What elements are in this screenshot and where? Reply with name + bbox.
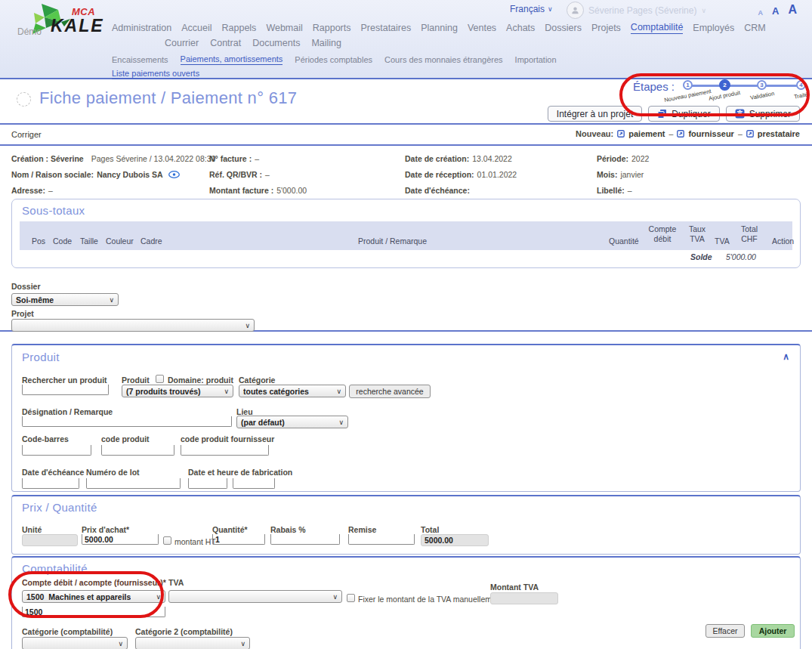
subnav-item-cours-monnaies[interactable]: Cours des monnaies étrangères	[384, 55, 503, 64]
step-1-circle[interactable]: 1	[683, 80, 693, 90]
col-taux-tva: Taux TVA	[684, 224, 710, 243]
projet-select[interactable]: ∨	[11, 319, 255, 332]
dossier-select[interactable]: Soi-même ∨	[11, 293, 119, 306]
subnav-item-paiements-amortissements[interactable]: Paiements, amortissements	[181, 54, 283, 65]
subnav-item-liste-paiements-ouverts[interactable]: Liste paiements ouverts	[112, 69, 199, 79]
remise-label: Remise	[348, 525, 376, 534]
new-window-icon	[677, 130, 684, 138]
code-barres-input[interactable]	[22, 445, 91, 456]
code-fournisseur-input[interactable]	[181, 445, 269, 456]
solde-label: Solde	[690, 252, 712, 261]
nav-item-courrier[interactable]: Courrier	[165, 38, 199, 48]
numero-lot-input[interactable]	[86, 478, 181, 489]
col-compte-debit: Compte débit	[645, 224, 680, 243]
font-size-large-button[interactable]: A	[788, 3, 797, 17]
user-menu[interactable]: Séverine Pages (Séverine) ∨	[567, 2, 706, 19]
nav-item-dossiers[interactable]: Dossiers	[545, 23, 582, 33]
step-4-circle[interactable]: 4	[796, 80, 806, 90]
eye-icon[interactable]	[168, 171, 180, 178]
lieu-select[interactable]: (par défaut) ∨	[236, 416, 348, 428]
nav-item-planning[interactable]: Planning	[421, 23, 458, 33]
step-3-circle[interactable]: 3	[757, 80, 767, 90]
nav-item-comptabilite[interactable]: Comptabilité	[631, 22, 683, 34]
nav-item-projets[interactable]: Projets	[591, 23, 621, 33]
domaine-produit-label: Domaine: produit	[168, 375, 233, 385]
remise-input[interactable]	[348, 534, 415, 545]
page-actions: Intégrer à un projet Dupliquer Supprimer	[548, 106, 800, 122]
subnav-item-encaissements[interactable]: Encaissements	[112, 55, 168, 64]
collapse-chevron-up-icon[interactable]: ∧	[783, 351, 789, 362]
fixer-tva-checkbox[interactable]	[347, 594, 355, 602]
prix-achat-input[interactable]	[82, 534, 159, 545]
compte-code-input[interactable]	[22, 607, 165, 617]
nav-item-crm[interactable]: CRM	[744, 23, 765, 33]
fabrication-date-input[interactable]	[188, 478, 227, 489]
advanced-search-button[interactable]: recherche avancée	[349, 385, 431, 398]
language-selector[interactable]: Français ∨	[510, 4, 553, 14]
duplicate-button[interactable]: Dupliquer	[648, 106, 719, 122]
sub-sub-nav: Liste paiements ouverts	[112, 69, 199, 79]
search-product-input[interactable]	[22, 385, 109, 395]
compte-debit-select[interactable]: 1500 Machines et appareils ∨	[22, 590, 165, 603]
subnav-item-periodes-comptables[interactable]: Périodes comptables	[295, 55, 372, 64]
search-product-label: Rechercher un produit	[22, 375, 107, 385]
integrate-project-button[interactable]: Intégrer à un projet	[548, 106, 642, 122]
nouveau-links: Nouveau: paiement – fournisseur – presta…	[576, 129, 800, 138]
new-window-icon	[746, 130, 754, 138]
nav-item-administration[interactable]: Administration	[112, 23, 171, 33]
subnav-item-importation[interactable]: Importation	[515, 55, 557, 64]
step-2-circle[interactable]: 2	[719, 79, 730, 91]
tva-select[interactable]: ∨	[168, 590, 342, 603]
date-echeance-produit-input[interactable]	[22, 478, 79, 489]
designation-input[interactable]	[22, 416, 232, 427]
code-produit-input[interactable]	[101, 445, 174, 456]
montant-tva-input	[490, 592, 558, 604]
adresse-value: –	[48, 186, 53, 195]
font-size-small-button[interactable]: A	[758, 9, 764, 17]
produit-select[interactable]: (7 produits trouvés) ∨	[122, 385, 233, 397]
nav-item-contrat[interactable]: Contrat	[210, 38, 241, 48]
nav-item-documents[interactable]: Documents	[252, 38, 300, 48]
add-button[interactable]: Ajouter	[751, 624, 795, 638]
nav-item-ventes[interactable]: Ventes	[468, 23, 496, 33]
nav-item-rappels[interactable]: Rappels	[222, 23, 257, 33]
nav-item-accueil[interactable]: Accueil	[181, 23, 211, 33]
adresse-label: Adresse:	[11, 186, 45, 195]
domaine-produit-checkbox[interactable]	[156, 375, 164, 383]
col-cadre: Cadre	[140, 236, 162, 246]
clear-button[interactable]: Effacer	[705, 624, 745, 638]
nav-item-prestataires[interactable]: Prestataires	[361, 23, 412, 33]
tva-label: TVA	[168, 578, 184, 587]
nav-item-rapports[interactable]: Rapports	[313, 23, 351, 33]
code-barres-label: Code-barres	[22, 434, 69, 443]
unite-input	[22, 534, 78, 546]
separator-dash: –	[669, 129, 674, 138]
categorie-select[interactable]: toutes catégories ∨	[239, 385, 346, 397]
categorie2-select[interactable]: ∨	[135, 637, 250, 649]
col-pos: Pos	[32, 236, 45, 246]
montant-ht-checkbox[interactable]	[163, 536, 171, 545]
app-logo[interactable]: MCA KALE Démo	[11, 2, 113, 45]
nav-item-mailing[interactable]: Mailing	[311, 38, 341, 48]
nav-item-webmail[interactable]: Webmail	[266, 23, 302, 33]
new-fournisseur-link[interactable]: fournisseur	[688, 129, 734, 138]
chevron-down-icon: ∨	[701, 7, 706, 14]
unite-label: Unité	[22, 525, 42, 534]
sub-nav: Encaissements Paiements, amortissements …	[112, 54, 557, 65]
new-paiement-link[interactable]: paiement	[628, 129, 665, 138]
dossier-select-value: Soi-même	[16, 295, 54, 304]
logo-demo-text: Démo	[17, 26, 42, 37]
comptabilite-title: Comptabilité	[22, 562, 88, 575]
font-size-medium-button[interactable]: A	[772, 5, 779, 17]
fabrication-heure-input[interactable]	[233, 478, 275, 489]
corriger-link[interactable]: Corriger	[11, 130, 42, 139]
nav-item-achats[interactable]: Achats	[506, 23, 535, 33]
delete-button[interactable]: Supprimer	[726, 106, 800, 122]
logo-kale-text: KALE	[51, 16, 104, 36]
quantite-input[interactable]	[212, 534, 265, 545]
categorie1-select[interactable]: ∨	[22, 637, 128, 649]
compte-debit-code: 1500	[26, 592, 44, 601]
rabais-input[interactable]	[270, 534, 340, 545]
nav-item-employes[interactable]: Employés	[693, 23, 734, 33]
new-prestataire-link[interactable]: prestataire	[758, 129, 800, 138]
